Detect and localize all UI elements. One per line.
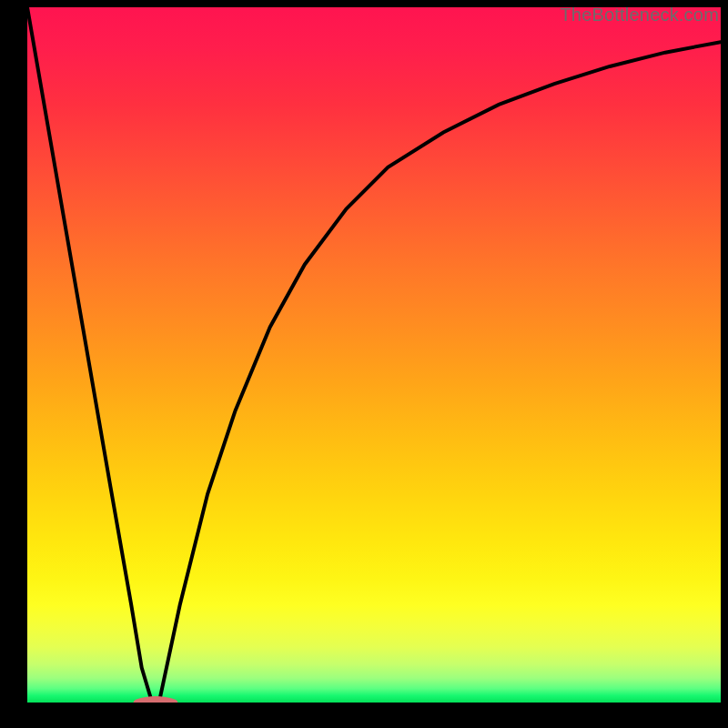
chart-frame: TheBottleneck.com — [0, 0, 728, 728]
series-group — [27, 7, 721, 703]
right-branch-line — [159, 42, 721, 703]
bottleneck-marker — [134, 696, 178, 703]
watermark-text: TheBottleneck.com — [560, 5, 719, 25]
plot-area — [27, 7, 721, 703]
left-branch-line — [27, 7, 152, 703]
line-chart-svg — [27, 7, 721, 703]
